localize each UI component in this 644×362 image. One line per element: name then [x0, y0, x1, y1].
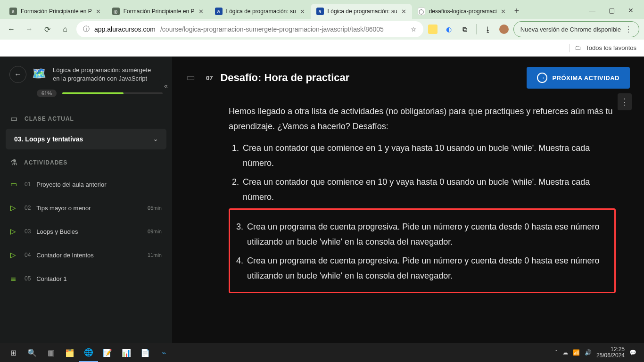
tab-favicon: a	[9, 8, 17, 15]
kebab-icon[interactable]: ⋮	[625, 25, 632, 34]
vscode-icon[interactable]: ⌁	[155, 343, 173, 362]
section-label-activities: ⚗ ACTIVIDADES	[0, 149, 172, 173]
notifications-icon[interactable]: 💬	[629, 349, 636, 356]
extension-icon[interactable]	[428, 25, 438, 34]
onedrive-icon[interactable]: ☁	[562, 349, 568, 356]
tab-favicon: ◯	[418, 8, 425, 15]
new-tab-button[interactable]: +	[512, 6, 524, 19]
bookmark-star-icon[interactable]: ☆	[411, 25, 417, 33]
next-activity-button[interactable]: → PRÓXIMA ACTIVIDAD	[527, 67, 630, 89]
tab-label: Lógica de programación: su	[226, 8, 296, 15]
lesson-kebab-menu[interactable]: ⋮	[618, 93, 632, 110]
tab-label: desafios-logica-programaci	[429, 8, 497, 15]
activity-title: Tips mayor o menor	[36, 205, 91, 212]
book-open-icon: ▭	[10, 114, 18, 123]
progress-pct: 61%	[37, 90, 57, 97]
activity-item[interactable]: ≣ 05 Contador 1	[0, 267, 172, 290]
taskbar-clock[interactable]: 12:25 25/06/2024	[596, 346, 625, 359]
app-icon[interactable]: 📝	[98, 343, 117, 362]
course-sidebar: « ← 🗺️ Lógica de programación: sumérgete…	[0, 57, 172, 347]
current-class-row[interactable]: 03. Loops y tentativas ⌄	[6, 129, 166, 149]
course-book-icon: 🗺️	[32, 67, 47, 82]
app-icon[interactable]: 📄	[136, 343, 155, 362]
tab-3-active[interactable]: a Lógica de programación: su ✕	[311, 4, 412, 19]
reload-button[interactable]: ⟳	[41, 23, 54, 36]
tab-favicon: ◎	[112, 8, 120, 15]
extension-icon[interactable]: ◐	[444, 25, 454, 34]
browser-toolbar: ← → ⟳ ⌂ ⓘ app.aluracursos.com/course/log…	[0, 19, 644, 40]
bookmarks-all-folder[interactable]: Todos los favoritos	[586, 44, 636, 51]
minimize-icon[interactable]: —	[589, 7, 595, 14]
highlight-box: 3.Crea un programa de cuenta progresiva.…	[229, 208, 616, 293]
chrome-icon[interactable]: 🌐	[79, 343, 98, 362]
url-path: /course/logica-programacion-sumergete-pr…	[160, 25, 384, 33]
wifi-icon[interactable]: 📶	[573, 349, 580, 356]
activity-item[interactable]: ▷ 03 Loops y Bucles 09min	[0, 220, 172, 243]
url-host: app.aluracursos.com	[94, 25, 156, 33]
extension-icons: ◐ ⧉ ⭳	[428, 24, 509, 34]
system-tray: ˄ ☁ 📶 🔊 12:25 25/06/2024 💬	[555, 346, 640, 359]
search-icon[interactable]: 🔍	[23, 343, 41, 362]
close-icon[interactable]: ✕	[96, 8, 101, 15]
close-icon[interactable]: ✕	[198, 8, 204, 15]
forward-button[interactable]: →	[23, 23, 36, 36]
intro-paragraph: Hemos llegado a otra lista de actividade…	[229, 104, 616, 134]
activity-item[interactable]: ▭ 01 Proyecto del aula anterior	[0, 173, 172, 196]
lesson-content: Hemos llegado a otra lista de actividade…	[172, 99, 644, 307]
chip-label: Nueva versión de Chrome disponible	[520, 26, 621, 33]
close-icon[interactable]: ✕	[401, 8, 406, 15]
challenge-text: Crea un contador que comience en 1 y vay…	[243, 140, 616, 171]
site-info-icon[interactable]: ⓘ	[83, 25, 90, 33]
back-button[interactable]: ←	[5, 23, 18, 36]
tab-2[interactable]: a Lógica de programación: su ✕	[209, 4, 311, 19]
start-button[interactable]: ⊞	[4, 343, 23, 362]
tab-label: Formación Principiante en P	[21, 8, 92, 15]
extensions-puzzle-icon[interactable]: ⧉	[460, 25, 470, 34]
section-label-text: CLASE ACTUAL	[25, 115, 74, 122]
section-label-current: ▭ CLASE ACTUAL	[0, 106, 172, 129]
window-close-icon[interactable]: ✕	[628, 7, 634, 14]
activity-duration: 11min	[148, 252, 162, 258]
app-icon[interactable]: 📊	[117, 343, 136, 362]
activity-num: 01	[25, 181, 31, 188]
file-explorer-icon[interactable]: 🗂️	[60, 343, 79, 362]
volume-icon[interactable]: 🔊	[585, 349, 592, 356]
activity-num: 05	[25, 275, 31, 282]
close-icon[interactable]: ✕	[501, 8, 506, 15]
activity-duration: 05min	[148, 205, 162, 211]
tab-label: Formación Principiante en P	[124, 8, 195, 15]
section-label-text: ACTIVIDADES	[24, 159, 67, 166]
next-activity-label: PRÓXIMA ACTIVIDAD	[552, 74, 619, 82]
play-icon: ▷	[10, 251, 19, 259]
tab-label: Lógica de programación: su	[328, 8, 397, 15]
lesson-title: Desafío: Hora de practicar	[220, 72, 349, 84]
maximize-icon[interactable]: ▢	[609, 7, 615, 14]
challenge-item: 2.Crea un contador que comience en 10 y …	[229, 174, 616, 205]
activity-item[interactable]: ▷ 02 Tips mayor o menor 05min	[0, 196, 172, 220]
tab-0[interactable]: a Formación Principiante en P ✕	[4, 4, 107, 19]
home-button[interactable]: ⌂	[58, 23, 72, 36]
activity-title: Loops y Bucles	[36, 228, 78, 235]
address-bar[interactable]: ⓘ app.aluracursos.com/course/logica-prog…	[76, 21, 423, 37]
task-view-icon[interactable]: ▥	[41, 343, 60, 362]
challenge-text: Crea un contador que comience en 10 y va…	[243, 174, 616, 205]
windows-taskbar: ⊞ 🔍 ▥ 🗂️ 🌐 📝 📊 📄 ⌁ ˄ ☁ 📶 🔊 12:25 25/06/2…	[0, 343, 644, 362]
download-icon[interactable]: ⭳	[483, 25, 493, 34]
tab-1[interactable]: ◎ Formación Principiante en P ✕	[107, 4, 209, 19]
tab-4[interactable]: ◯ desafios-logica-programaci ✕	[412, 4, 512, 19]
close-icon[interactable]: ✕	[300, 8, 305, 15]
back-circle-button[interactable]: ←	[9, 66, 26, 83]
challenge-item: 3.Crea un programa de cuenta progresiva.…	[233, 219, 610, 249]
activity-duration: 09min	[148, 229, 162, 234]
tab-favicon: a	[316, 8, 324, 15]
folder-icon: 🗀	[575, 44, 581, 51]
collapse-sidebar-button[interactable]: «	[159, 79, 173, 92]
activity-num: 03	[25, 228, 31, 235]
divider	[570, 44, 570, 52]
chrome-update-chip[interactable]: Nueva versión de Chrome disponible ⋮	[513, 21, 639, 37]
challenge-item: 4.Crea un programa de cuenta progresiva.…	[233, 253, 610, 283]
tray-chevron-icon[interactable]: ˄	[555, 349, 558, 356]
profile-avatar[interactable]	[499, 25, 509, 34]
activity-item[interactable]: ▷ 04 Contador de Intentos 11min	[0, 243, 172, 267]
play-icon: ▷	[10, 204, 19, 212]
